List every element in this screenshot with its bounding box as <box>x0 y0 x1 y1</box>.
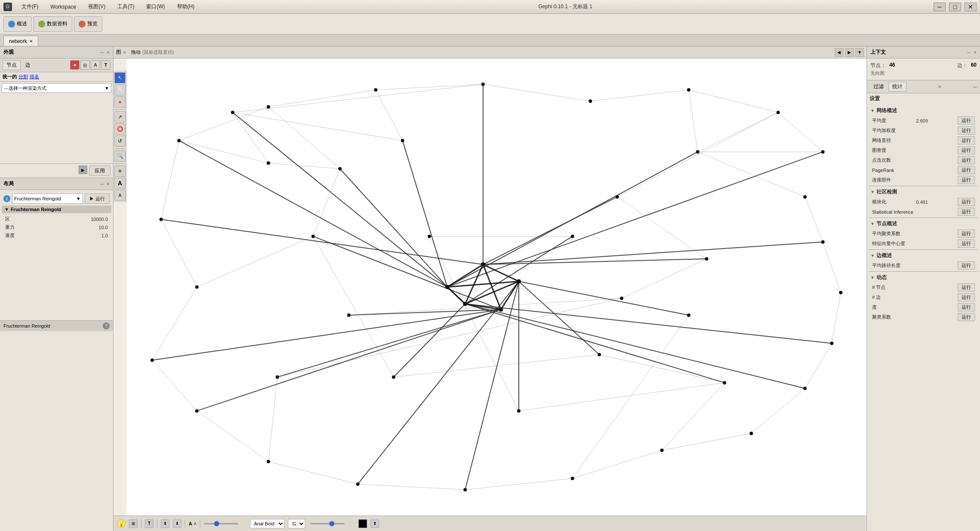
run-clustering[interactable]: 运行 <box>958 230 975 238</box>
preview-btn[interactable]: 预览 <box>74 16 102 32</box>
path-tool[interactable]: ↗ <box>114 111 126 123</box>
help-icon[interactable]: ? <box>103 322 110 329</box>
lasso-tool[interactable]: ⭕ <box>114 123 126 135</box>
label-icon-btn[interactable]: A <box>91 60 100 70</box>
grid-icon[interactable]: ⊞ <box>129 519 138 528</box>
zoom-tool[interactable]: 🔍 <box>114 150 126 162</box>
menu-window[interactable]: 窗口(W) <box>144 3 167 10</box>
label-tool-a2[interactable]: A <box>114 190 126 201</box>
text-icon-btn[interactable]: T <box>101 60 110 70</box>
run-diameter[interactable]: 运行 <box>958 136 975 144</box>
size-slider[interactable] <box>310 523 345 525</box>
run-density[interactable]: 运行 <box>958 146 975 154</box>
run-eigenvector[interactable]: 运行 <box>958 239 975 248</box>
appearance-minimize[interactable]: ─ <box>100 49 104 55</box>
run-button[interactable]: ▶ 运行 <box>85 193 110 204</box>
font-size-up-label: A <box>189 521 192 526</box>
algo-info-icon[interactable]: i <box>3 195 10 202</box>
pointer-tool[interactable]: ↖ <box>114 72 126 83</box>
run-dyn-degree[interactable]: 运行 <box>958 303 975 311</box>
run-avg-degree[interactable]: 运行 <box>958 117 975 125</box>
run-dyn-edges[interactable]: 运行 <box>958 293 975 301</box>
font-size-select[interactable]: 32 <box>288 519 305 528</box>
overview-btn[interactable]: 概述 <box>3 16 32 32</box>
apply-button[interactable]: 应用 <box>89 166 110 176</box>
stats-tabs: 过滤 统计 <box>870 82 906 92</box>
layout-close[interactable]: × <box>107 181 110 187</box>
run-hits[interactable]: 运行 <box>958 156 975 164</box>
svg-line-6 <box>778 112 823 152</box>
font-size-slider[interactable] <box>204 523 238 525</box>
menu-workspace[interactable]: Workspace <box>48 4 79 10</box>
edge-tool[interactable]: ⚙ <box>114 166 126 177</box>
graph-nav-prev[interactable]: ◀ <box>835 48 843 57</box>
zoom-in-icon[interactable]: ⬆ <box>161 519 169 528</box>
unified-tab[interactable]: 统一的 <box>3 74 17 80</box>
font-family-select[interactable]: Arial Bold <box>250 519 285 528</box>
size-icon-btn[interactable]: ◎ <box>80 60 90 70</box>
network-overview-header[interactable]: ▼ 网络概述 <box>869 106 978 116</box>
svg-point-102 <box>660 448 664 452</box>
menu-view[interactable]: 视图(V) <box>86 3 108 10</box>
color-swatch[interactable] <box>358 519 367 528</box>
context-close[interactable]: × <box>974 49 977 55</box>
edge-overview-header[interactable]: ▼ 边概述 <box>869 251 978 261</box>
algo-select[interactable]: Fruchterman Reingold ▼ <box>12 193 83 204</box>
fisheye-tool[interactable]: ● <box>114 96 126 107</box>
menu-file[interactable]: 文件(F) <box>19 3 41 10</box>
bulb-icon[interactable]: 💡 <box>117 519 126 528</box>
dynamic-header[interactable]: ▼ 动态 <box>869 273 978 282</box>
node-overview-header[interactable]: ▼ 节点概述 <box>869 219 978 229</box>
tab-close[interactable]: × <box>30 38 33 44</box>
minimize-button[interactable]: ─ <box>934 3 946 11</box>
export-icon[interactable]: ⬆ <box>371 519 379 528</box>
size-slider-thumb[interactable] <box>329 521 334 526</box>
context-title: 上下文 <box>870 49 886 56</box>
label-tool-a[interactable]: A <box>114 178 126 189</box>
run-avg-wdegree[interactable]: 运行 <box>958 126 975 135</box>
network-tab[interactable]: network × <box>3 36 38 46</box>
appearance-close[interactable]: × <box>107 49 110 55</box>
run-dyn-nodes[interactable]: 运行 <box>958 283 975 292</box>
data-lab-btn[interactable]: 数据资料 <box>34 16 72 32</box>
font-size-slider-thumb[interactable] <box>214 521 219 526</box>
run-modularity[interactable]: 运行 <box>958 198 975 206</box>
render-select[interactable]: ---选择一种渲染方式 ▼ <box>2 83 111 93</box>
stats-maximize[interactable]: ─ <box>973 83 977 90</box>
graph-nav-next[interactable]: ▶ <box>845 48 854 57</box>
close-button[interactable]: ✕ <box>965 3 977 11</box>
split-tab[interactable]: 分割 <box>18 74 28 80</box>
appearance-empty-area <box>0 95 113 163</box>
context-minimize[interactable]: ─ <box>967 49 971 55</box>
run-dyn-clustering[interactable]: 运行 <box>958 313 975 321</box>
menu-help[interactable]: 帮助(H) <box>175 3 197 10</box>
menu-tools[interactable]: 工具(T) <box>115 3 137 10</box>
nodes-tab[interactable]: 节点 <box>3 60 21 70</box>
rect-select-tool[interactable]: ⬜ <box>114 84 126 95</box>
rank-tab[interactable]: 排名 <box>30 74 39 80</box>
graph-panel-close[interactable]: × <box>123 49 126 55</box>
stat-diameter: 网络直径 运行 <box>869 135 978 145</box>
run-pagerank[interactable]: 运行 <box>958 166 975 174</box>
maximize-button[interactable]: □ <box>949 3 961 11</box>
community-detection-header[interactable]: ▼ 社区检测 <box>869 187 978 197</box>
filter-tab[interactable]: 过滤 <box>870 82 888 92</box>
algo-header[interactable]: ▼ Fruchterman Reingold <box>2 206 111 213</box>
svg-point-110 <box>481 262 485 267</box>
edges-tab[interactable]: 边 <box>21 60 34 70</box>
layout-minimize[interactable]: ─ <box>100 181 104 187</box>
stats-close[interactable]: × <box>938 84 941 90</box>
stat-avg-weighted-degree: 平均加权度 运行 <box>869 126 978 135</box>
stat-avg-path: 平均路径长度 运行 <box>869 261 978 270</box>
zoom-out-icon[interactable]: ⬇ <box>173 519 181 528</box>
tool-separator-2 <box>114 148 125 149</box>
color-icon-btn[interactable]: ● <box>70 60 80 70</box>
rotate-tool[interactable]: ↺ <box>114 135 126 147</box>
run-connected[interactable]: 运行 <box>958 176 975 184</box>
layout-footer: Fruchterman Reingold ? <box>0 320 113 331</box>
run-statistical-inference[interactable]: 运行 <box>958 208 975 216</box>
statistics-tab[interactable]: 统计 <box>888 82 906 92</box>
text-tool-icon[interactable]: T <box>145 519 153 528</box>
run-avg-path[interactable]: 运行 <box>958 261 975 270</box>
graph-nav-expand[interactable]: ▼ <box>855 48 864 57</box>
